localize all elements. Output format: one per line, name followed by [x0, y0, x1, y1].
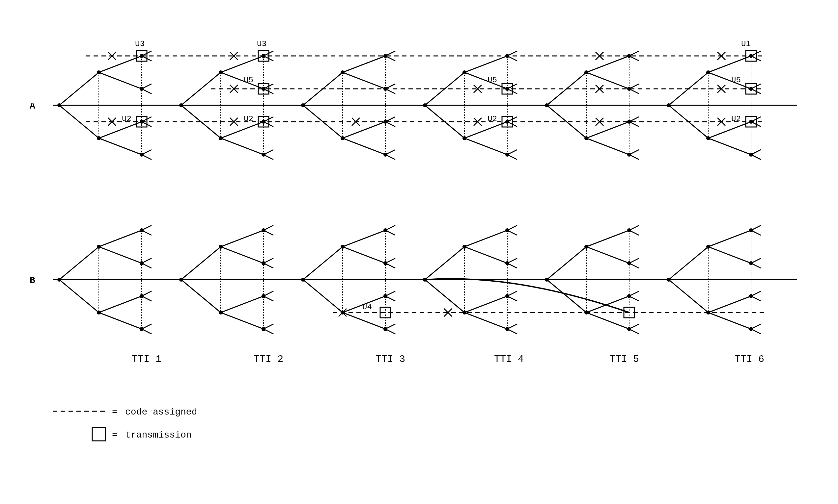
- u3-label-1: U3: [135, 39, 144, 48]
- row-label-b: B: [30, 275, 35, 286]
- legend-equals-2: =: [112, 430, 118, 440]
- u4-label: U4: [362, 303, 372, 311]
- legend-box-icon: [92, 428, 105, 441]
- legend-transmission: transmission: [125, 430, 192, 440]
- row-label-a: A: [30, 101, 35, 111]
- u2-label-4: U2: [731, 114, 741, 123]
- u1-label: U1: [741, 39, 751, 48]
- tti-label-3: TTI 3: [376, 354, 405, 365]
- x-b3-lower: [339, 309, 346, 317]
- u2-label-2: U2: [244, 114, 253, 123]
- tti-label-2: TTI 2: [254, 354, 283, 365]
- x-a1-top: [108, 52, 116, 60]
- u2-label-1: U2: [122, 114, 132, 123]
- u5-label-1: U5: [244, 76, 253, 85]
- tti-label-4: TTI 4: [494, 354, 524, 365]
- tti-label-5: TTI 5: [610, 354, 639, 365]
- u3-label-2: U3: [257, 39, 267, 48]
- legend-code-assigned: code assigned: [125, 407, 197, 417]
- diagram-canvas: A B: [13, 13, 825, 491]
- tti-label-6: TTI 6: [735, 354, 764, 365]
- u5-label-3: U5: [731, 76, 741, 85]
- u2-label-3: U2: [488, 114, 497, 123]
- tti-label-1: TTI 1: [132, 354, 161, 365]
- x-a1-li: [108, 118, 116, 126]
- legend-equals-1: =: [112, 407, 118, 417]
- u5-label-2: U5: [488, 76, 497, 85]
